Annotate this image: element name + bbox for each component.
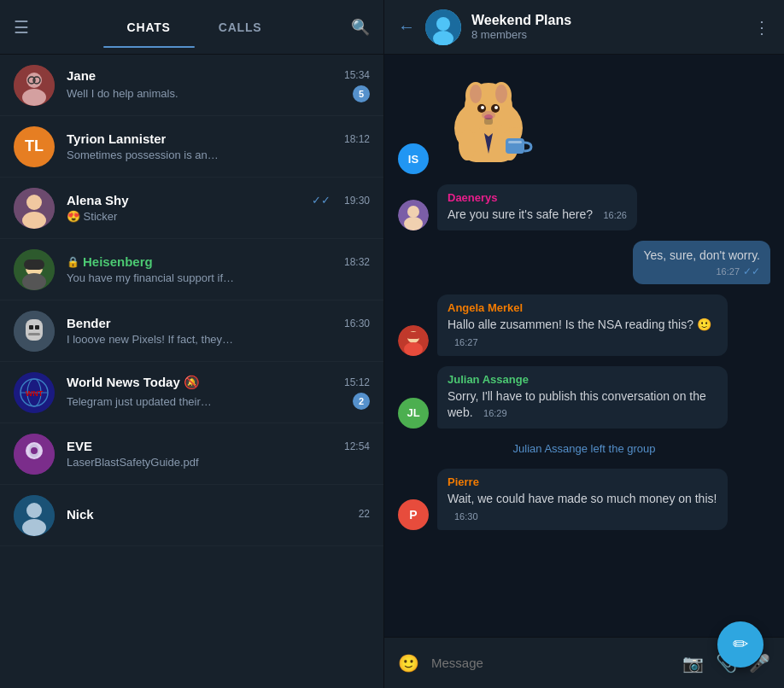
chat-name-tyrion: Tyrion Lannister: [67, 131, 166, 146]
back-button[interactable]: ←: [398, 17, 415, 37]
chat-item-alena[interactable]: Alena Shy ✓✓ 19:30 😍 Sticker: [0, 178, 383, 239]
chat-time-jane: 15:34: [344, 69, 370, 81]
bubble-sticker: [437, 68, 540, 174]
chat-content-alena: Alena Shy ✓✓ 19:30 😍 Sticker: [67, 193, 370, 223]
bubble-daenerys: Daenerys Are you sure it's safe here? 16…: [437, 184, 637, 230]
right-panel: ← Weekend Plans 8 members ⋮ IS: [384, 0, 784, 688]
svg-rect-45: [484, 118, 493, 125]
chat-time-world-news: 15:12: [344, 376, 370, 388]
svg-rect-14: [26, 319, 43, 341]
message-input[interactable]: [431, 656, 670, 670]
chat-name-eve: EVE: [67, 439, 92, 453]
system-message: Julian Assange left the group: [398, 439, 770, 458]
system-message-text: left the group: [591, 442, 656, 455]
chat-content-jane: Jane 15:34 Well I do help animals. 5: [67, 68, 370, 102]
bubble-time-outgoing: 16:27 ✓✓: [650, 265, 760, 277]
chat-preview-alena: 😍 Sticker: [67, 210, 370, 223]
message-row-1: IS: [398, 68, 770, 174]
avatar-tyrion: TL: [14, 126, 55, 167]
chat-item-tyrion[interactable]: TL Tyrion Lannister 18:12 Sometimes poss…: [0, 116, 383, 178]
chat-time-nick: 22: [359, 508, 370, 520]
chat-name-world-news: World News Today 🔕: [67, 375, 200, 390]
svg-rect-16: [35, 325, 39, 329]
svg-rect-49: [506, 138, 524, 154]
svg-point-56: [407, 206, 419, 218]
chat-content-heisenberg: 🔒 Heisenberg 18:32 You have my financial…: [67, 254, 370, 284]
avatar-bender: [14, 311, 55, 352]
chat-name-bender: Bender: [67, 316, 111, 330]
bubble-sender-daenerys: Daenerys: [448, 191, 627, 204]
chat-preview-jane: Well I do help animals.: [67, 87, 178, 100]
menu-icon[interactable]: ☰: [14, 17, 38, 38]
svg-point-29: [22, 519, 46, 536]
avatar-is: IS: [398, 143, 429, 174]
message-row-4: Angela Merkel Hallo alle zusammen! Is th…: [398, 294, 770, 356]
message-row-7: P Pierre Wait, we could have made so muc…: [398, 469, 770, 530]
bubble-time-daenerys: 16:26: [603, 210, 627, 220]
chat-item-nick[interactable]: Nick 22: [0, 485, 383, 546]
chat-preview-tyrion: Sometimes possession is an…: [67, 149, 370, 161]
svg-point-60: [404, 342, 423, 356]
chat-item-world-news[interactable]: WNT World News Today 🔕 15:12 Telegram ju…: [0, 362, 383, 423]
chat-item-bender[interactable]: Bender 16:30 I looove new Pixels! If fac…: [0, 300, 383, 362]
svg-point-28: [26, 503, 42, 518]
chat-item-heisenberg[interactable]: 🔒 Heisenberg 18:32 You have my financial…: [0, 239, 383, 300]
camera-icon[interactable]: 📷: [682, 653, 704, 673]
chat-name-nick: Nick: [67, 507, 94, 522]
avatar-angela: [398, 325, 429, 356]
svg-point-26: [31, 447, 38, 454]
chat-content-eve: EVE 12:54 LaserBlastSafetyGuide.pdf: [67, 439, 370, 469]
left-panel: ☰ CHATS CALLS 🔍: [0, 0, 384, 688]
svg-point-12: [22, 273, 46, 290]
badge-world-news: 2: [353, 393, 370, 410]
compose-icon: ✏: [733, 633, 748, 656]
svg-rect-50: [508, 141, 522, 143]
chat-list: Jane 15:34 Well I do help animals. 5 TL …: [0, 55, 383, 688]
emoji-icon[interactable]: 🙂: [398, 653, 419, 673]
chat-time-heisenberg: 18:32: [344, 256, 370, 268]
group-members: 8 members: [471, 28, 753, 41]
bubble-time-angela: 16:27: [454, 337, 478, 347]
svg-point-7: [26, 195, 42, 210]
avatar-jane: [14, 65, 55, 106]
avatar-julian: JL: [398, 398, 429, 429]
svg-rect-17: [28, 333, 40, 335]
svg-rect-11: [24, 259, 44, 270]
chat-preview-eve: LaserBlastSafetyGuide.pdf: [67, 456, 370, 469]
bubble-sender-julian: Julian Assange: [448, 373, 717, 386]
messages-area: IS: [384, 55, 784, 637]
bubble-time-julian: 16:29: [483, 408, 507, 418]
message-row-3: Yes, sure, don't worry. 16:27 ✓✓: [398, 241, 770, 285]
avatar-nick: [14, 495, 55, 536]
bubble-sender-angela: Angela Merkel: [448, 301, 717, 314]
chat-time-alena: 19:30: [344, 195, 370, 207]
bubble-text-outgoing: Yes, sure, don't worry.: [643, 248, 760, 262]
more-options-icon[interactable]: ⋮: [753, 17, 770, 38]
avatar-heisenberg: [14, 249, 55, 290]
chat-name-heisenberg: Heisenberg: [83, 254, 153, 269]
right-header: ← Weekend Plans 8 members ⋮: [384, 0, 784, 55]
bubble-text-daenerys: Are you sure it's safe here?: [448, 207, 593, 221]
checkmark-alena: ✓✓: [312, 194, 331, 207]
bubble-julian: Julian Assange Sorry, I'll have to publi…: [437, 366, 728, 429]
bubble-angela: Angela Merkel Hallo alle zusammen! Is th…: [437, 294, 728, 356]
search-icon[interactable]: 🔍: [351, 18, 370, 37]
avatar-pierre: P: [398, 499, 429, 530]
chat-item-eve[interactable]: EVE 12:54 LaserBlastSafetyGuide.pdf: [0, 423, 383, 485]
chat-name-alena: Alena Shy: [67, 193, 129, 207]
bubble-sender-pierre: Pierre: [448, 475, 717, 488]
bubble-time-pierre: 16:30: [454, 511, 478, 522]
chat-item-jane[interactable]: Jane 15:34 Well I do help animals. 5: [0, 55, 383, 116]
bubble-outgoing: Yes, sure, don't worry. 16:27 ✓✓: [633, 241, 770, 285]
group-avatar: [425, 9, 461, 45]
chat-content-world-news: World News Today 🔕 15:12 Telegram just u…: [67, 375, 370, 410]
compose-fab[interactable]: ✏: [717, 621, 764, 668]
tab-calls[interactable]: CALLS: [195, 14, 286, 41]
chat-name-jane: Jane: [67, 68, 96, 83]
tab-chats[interactable]: CHATS: [103, 14, 195, 41]
svg-point-54: [513, 127, 520, 132]
lock-icon-heisenberg: 🔒: [67, 256, 79, 268]
chat-content-nick: Nick 22: [67, 507, 370, 524]
svg-point-2: [22, 89, 46, 106]
svg-point-38: [495, 85, 507, 103]
